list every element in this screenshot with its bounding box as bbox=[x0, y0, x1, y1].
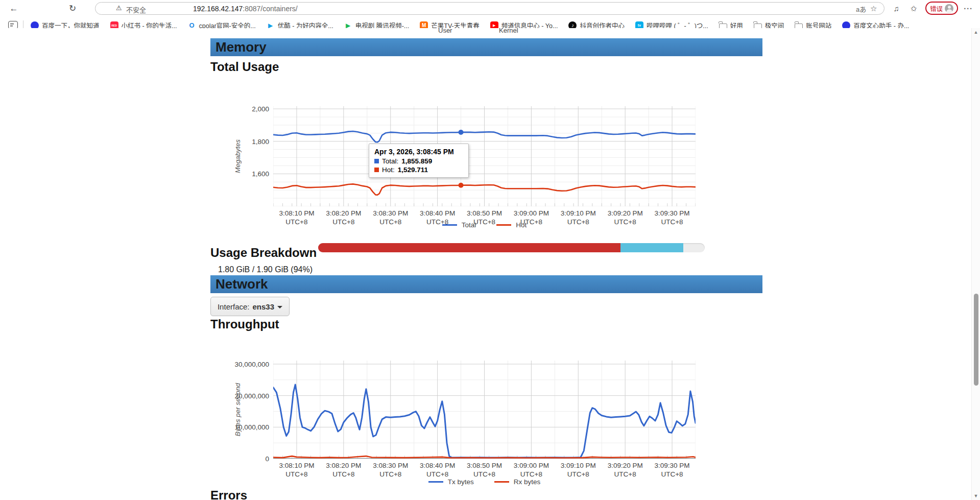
x-tick-label: 3:08:50 PMUTC+8 bbox=[467, 461, 502, 479]
y-tick-label: 20,000,000 bbox=[234, 392, 269, 399]
interface-dropdown[interactable]: Interface: ens33 bbox=[210, 297, 290, 316]
legend-swatch-icon bbox=[428, 481, 443, 483]
memory-chart-legend: TotalHot bbox=[273, 221, 696, 229]
translate-icon[interactable]: aあ bbox=[856, 4, 866, 14]
y-tick-label: 1,600 bbox=[252, 170, 269, 178]
x-tick-label: 3:09:00 PMUTC+8 bbox=[514, 461, 549, 479]
profile-error-label: 错误 bbox=[930, 4, 943, 13]
legend-item-Tx bytes: Tx bytes bbox=[428, 478, 474, 486]
legend-item-Hot: Hot bbox=[496, 221, 527, 229]
x-tick-label: 3:08:30 PMUTC+8 bbox=[373, 461, 408, 479]
scroll-down-icon[interactable]: ▼ bbox=[972, 493, 980, 498]
chevron-down-icon bbox=[277, 306, 282, 308]
tooltip-row-total: Total:1,855.859 bbox=[374, 157, 463, 165]
tooltip-row-hot: Hot:1,529.711 bbox=[374, 166, 463, 174]
back-icon[interactable]: ← bbox=[7, 2, 20, 15]
browser-menu-icon[interactable]: ⋯ bbox=[961, 2, 974, 15]
url-path: :8087/containers/ bbox=[243, 5, 297, 13]
legend-item-Rx bytes: Rx bytes bbox=[494, 478, 541, 486]
url-text[interactable]: 192.168.42.147:8087/containers/ bbox=[193, 5, 298, 13]
browser-toolbar: ← ↻ ⚠ 不安全 192.168.42.147:8087/containers… bbox=[0, 0, 980, 17]
scrollbar[interactable]: ▲ ▼ bbox=[971, 28, 980, 500]
x-tick-label: 3:08:20 PMUTC+8 bbox=[326, 461, 361, 479]
profile-button[interactable]: 错误 bbox=[925, 2, 958, 15]
usage-breakdown-heading: Usage Breakdown bbox=[210, 246, 317, 260]
media-control-icon[interactable]: ♫ bbox=[890, 2, 903, 15]
x-tick-label: 3:09:20 PMUTC+8 bbox=[608, 461, 643, 479]
total-swatch-icon bbox=[374, 159, 379, 163]
clipped-legend-user: User bbox=[438, 28, 452, 34]
memory-usage-progress-bar bbox=[318, 243, 705, 252]
interface-value: ens33 bbox=[253, 302, 275, 311]
y-tick-label: 2,000 bbox=[252, 105, 269, 113]
memory-usage-value: 1.80 GiB / 1.90 GiB (94%) bbox=[218, 265, 313, 274]
insecure-warning-icon: ⚠ bbox=[116, 4, 122, 12]
collections-icon[interactable]: ✩ bbox=[907, 2, 920, 15]
legend-swatch-icon bbox=[496, 224, 511, 226]
memory-total-usage-plot[interactable] bbox=[273, 106, 696, 206]
network-y-axis-title: Bytes per second bbox=[234, 361, 242, 459]
y-tick-label: 30,000,000 bbox=[234, 360, 269, 368]
x-tick-label: 3:08:40 PMUTC+8 bbox=[420, 461, 455, 479]
network-section-header: Network bbox=[210, 275, 762, 293]
total-usage-heading: Total Usage bbox=[210, 60, 279, 74]
clipped-legend-kernel: Kernel bbox=[499, 28, 518, 34]
favorite-star-icon[interactable]: ☆ bbox=[870, 4, 877, 13]
y-tick-label: 10,000,000 bbox=[234, 423, 269, 431]
errors-heading: Errors bbox=[210, 488, 247, 500]
avatar bbox=[945, 4, 953, 13]
scrollbar-thumb[interactable] bbox=[974, 294, 978, 386]
address-bar[interactable]: ⚠ 不安全 192.168.42.147:8087/containers/ aあ… bbox=[95, 2, 885, 15]
url-host: 192.168.42.147 bbox=[193, 5, 243, 13]
x-tick-label: 3:09:10 PMUTC+8 bbox=[561, 461, 596, 479]
network-chart-legend: Tx bytesRx bytes bbox=[273, 478, 696, 486]
usage-segment-cold bbox=[620, 243, 683, 252]
screen: ← ↻ ⚠ 不安全 192.168.42.147:8087/containers… bbox=[0, 0, 980, 500]
legend-swatch-icon bbox=[494, 481, 509, 483]
security-label[interactable]: 不安全 bbox=[126, 5, 146, 14]
page-content: User Kernel Memory Total Usage Megabytes… bbox=[0, 28, 971, 500]
throughput-heading: Throughput bbox=[210, 317, 279, 331]
y-tick-label: 0 bbox=[265, 455, 269, 463]
x-tick-label: 3:08:10 PMUTC+8 bbox=[279, 461, 314, 479]
network-throughput-chart[interactable]: Bytes per second 30,000,00020,000,00010,… bbox=[273, 361, 696, 459]
scroll-up-icon[interactable]: ▲ bbox=[972, 30, 980, 35]
interface-label: Interface: bbox=[218, 302, 250, 311]
chart-tooltip: Apr 3, 2026, 3:08:45 PM Total:1,855.859 … bbox=[369, 144, 469, 178]
tooltip-title: Apr 3, 2026, 3:08:45 PM bbox=[374, 148, 463, 156]
refresh-icon[interactable]: ↻ bbox=[66, 2, 79, 15]
x-tick-label: 3:09:30 PMUTC+8 bbox=[655, 461, 690, 479]
legend-swatch-icon bbox=[442, 224, 457, 226]
memory-y-axis-title: Megabytes bbox=[234, 106, 242, 206]
y-tick-label: 1,800 bbox=[252, 137, 269, 145]
hot-swatch-icon bbox=[374, 168, 379, 172]
memory-usage-chart[interactable]: Megabytes 2,0001,8001,6003:08:10 PMUTC+8… bbox=[273, 106, 696, 206]
memory-section-header: Memory bbox=[210, 38, 762, 56]
network-throughput-plot[interactable] bbox=[273, 361, 696, 459]
usage-segment-hot bbox=[318, 243, 620, 252]
legend-item-Total: Total bbox=[442, 221, 476, 229]
